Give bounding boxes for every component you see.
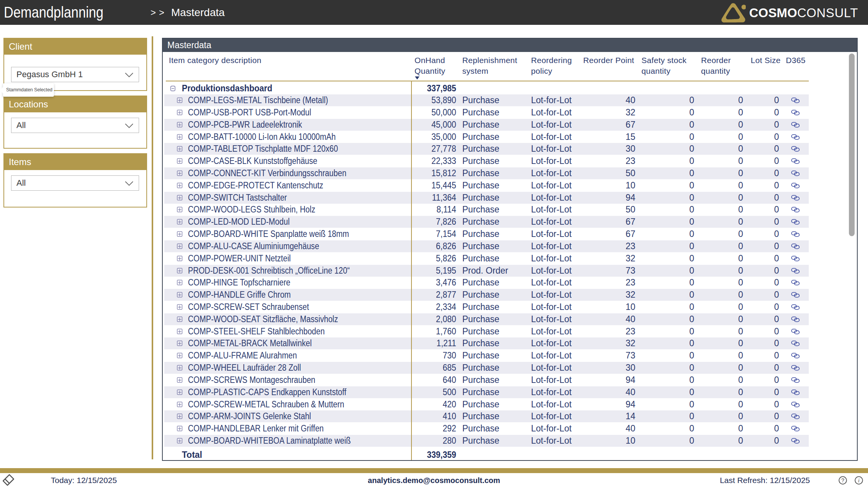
svg-text:?: ? [841,477,844,483]
svg-text:i: i [858,478,860,483]
